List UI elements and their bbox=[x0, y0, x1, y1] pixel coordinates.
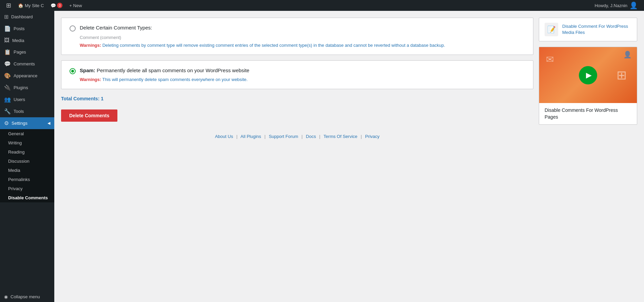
card2-radio[interactable] bbox=[70, 68, 76, 74]
sidebar-item-label: Users bbox=[14, 97, 25, 102]
submenu-item-permalinks[interactable]: Permalinks bbox=[0, 175, 54, 184]
sidebar-item-label: Plugins bbox=[14, 85, 28, 90]
spam-label: Spam: bbox=[80, 67, 95, 73]
comments-icon: 💬 bbox=[51, 3, 56, 8]
video-widget-body: Disable Comments For WordPress Pages bbox=[539, 103, 637, 124]
card2-header: Spam: Permanently delete all spam commen… bbox=[70, 67, 525, 74]
card2-warning: Warnings: This will permanently delete s… bbox=[80, 77, 525, 82]
settings-submenu: General Writing Reading Discussion Media… bbox=[0, 129, 54, 202]
sidebar-item-label: Tools bbox=[14, 109, 24, 114]
sidebar-item-comments[interactable]: 💬 Comments bbox=[0, 58, 54, 70]
footer-link-tos[interactable]: Terms Of Service bbox=[324, 134, 358, 139]
new-content-label: + New bbox=[69, 3, 82, 8]
howdy-label: Howdy, J.Naznin bbox=[594, 3, 627, 8]
user-greeting[interactable]: Howdy, J.Naznin 👤 bbox=[591, 0, 641, 11]
user-avatar-icon: 👤 bbox=[629, 1, 638, 9]
dashboard-icon: ⊞ bbox=[4, 14, 8, 20]
comments-nav-icon: 💬 bbox=[4, 61, 11, 67]
submenu-item-writing[interactable]: Writing bbox=[0, 138, 54, 147]
plugin-title[interactable]: Disable Comment For WordPress Media File… bbox=[562, 23, 631, 36]
video-widget: ✉ ▶ 👤 ⊞ Disable Comments For WordPress P… bbox=[539, 47, 637, 125]
new-content-button[interactable]: + New bbox=[66, 0, 85, 11]
sidebar-item-pages[interactable]: 📋 Pages bbox=[0, 46, 54, 58]
spam-description: Permanently delete all spam comments on … bbox=[97, 67, 249, 73]
settings-icon: ⚙ bbox=[4, 120, 9, 126]
card2-title: Spam: Permanently delete all spam commen… bbox=[80, 67, 249, 73]
card1-warning: Warnings: Deleting comments by comment t… bbox=[80, 43, 525, 48]
sidebar-item-label: Comments bbox=[14, 61, 35, 66]
footer-link-support[interactable]: Support Forum bbox=[269, 134, 298, 139]
site-name-button[interactable]: 🏠 My Site C bbox=[15, 0, 47, 11]
submenu-item-media[interactable]: Media bbox=[0, 166, 54, 175]
card1-warning-label: Warnings: bbox=[80, 43, 101, 48]
right-sidebar: 📝 Disable Comment For WordPress Media Fi… bbox=[539, 18, 637, 295]
card1-radio[interactable] bbox=[70, 25, 76, 32]
plugins-icon: 🔌 bbox=[4, 84, 11, 91]
content-area: Delete Certain Comment Types: Comment (c… bbox=[61, 18, 533, 295]
sidebar-item-posts[interactable]: 📄 Posts bbox=[0, 23, 54, 35]
media-icon: 🖼 bbox=[4, 37, 10, 43]
footer-link-about[interactable]: About Us bbox=[215, 134, 233, 139]
sidebar-item-settings[interactable]: ⚙ Settings ◀ bbox=[0, 117, 54, 129]
card2-warning-label: Warnings: bbox=[80, 77, 101, 82]
sidebar-item-plugins[interactable]: 🔌 Plugins bbox=[0, 82, 54, 94]
wp-watermark-icon: ⊞ bbox=[617, 68, 627, 82]
video-thumbnail[interactable]: ✉ ▶ 👤 ⊞ bbox=[539, 47, 637, 103]
delete-button-container: Delete Comments bbox=[61, 108, 533, 122]
plugin-icon: 📝 bbox=[547, 25, 556, 34]
video-deco-left-icon: ✉ bbox=[546, 54, 554, 65]
sidebar-item-label: Settings bbox=[12, 121, 27, 126]
submenu-item-disable-comments[interactable]: Disable Comments bbox=[0, 193, 54, 202]
sidebar-item-media[interactable]: 🖼 Media bbox=[0, 35, 54, 46]
collapse-menu-button[interactable]: ◉ Collapse menu bbox=[0, 291, 54, 302]
footer: About Us | All Plugins | Support Forum |… bbox=[61, 127, 533, 149]
sidebar-item-label: Pages bbox=[14, 49, 26, 55]
card2-warning-text: This will permanently delete spam commen… bbox=[102, 77, 247, 82]
appearance-icon: 🎨 bbox=[4, 73, 11, 79]
plugin-widget: 📝 Disable Comment For WordPress Media Fi… bbox=[539, 18, 637, 41]
settings-arrow-icon: ◀ bbox=[48, 121, 50, 125]
sidebar: ⊞ Dashboard 📄 Posts 🖼 Media 📋 Pages 💬 Co… bbox=[0, 11, 54, 302]
delete-comments-button[interactable]: Delete Comments bbox=[61, 109, 117, 122]
submenu-item-discussion[interactable]: Discussion bbox=[0, 157, 54, 166]
footer-link-docs[interactable]: Docs bbox=[306, 134, 316, 139]
play-button-icon[interactable]: ▶ bbox=[579, 66, 597, 84]
submenu-item-reading[interactable]: Reading bbox=[0, 147, 54, 157]
users-icon: 👥 bbox=[4, 96, 11, 103]
posts-icon: 📄 bbox=[4, 25, 11, 32]
sidebar-item-users[interactable]: 👥 Users bbox=[0, 94, 54, 105]
tools-icon: 🔧 bbox=[4, 108, 11, 115]
delete-comment-types-card: Delete Certain Comment Types: Comment (c… bbox=[61, 18, 533, 55]
card1-title: Delete Certain Comment Types: bbox=[80, 25, 152, 31]
comments-count: 0 bbox=[57, 3, 62, 8]
plugin-item: 📝 Disable Comment For WordPress Media Fi… bbox=[539, 18, 637, 41]
home-icon: 🏠 bbox=[18, 3, 23, 8]
plugin-icon-box: 📝 bbox=[545, 23, 558, 36]
site-name-label: My Site C bbox=[25, 3, 44, 8]
spam-card: Spam: Permanently delete all spam commen… bbox=[61, 60, 533, 89]
sidebar-item-tools[interactable]: 🔧 Tools bbox=[0, 105, 54, 117]
card1-subtitle: Comment (comment) bbox=[80, 35, 525, 40]
comments-button[interactable]: 💬 0 bbox=[47, 0, 66, 11]
collapse-label: Collapse menu bbox=[11, 294, 40, 299]
sidebar-item-label: Dashboard bbox=[11, 14, 33, 19]
footer-link-plugins[interactable]: All Plugins bbox=[241, 134, 261, 139]
sidebar-item-appearance[interactable]: 🎨 Appearance bbox=[0, 70, 54, 82]
sidebar-item-label: Media bbox=[12, 38, 24, 43]
pages-icon: 📋 bbox=[4, 49, 11, 55]
footer-link-privacy[interactable]: Privacy bbox=[365, 134, 380, 139]
sidebar-item-label: Posts bbox=[14, 26, 25, 31]
wp-logo-icon: ⊞ bbox=[6, 2, 11, 9]
video-widget-title: Disable Comments For WordPress Pages bbox=[545, 107, 631, 120]
submenu-item-general[interactable]: General bbox=[0, 129, 54, 138]
sidebar-item-dashboard[interactable]: ⊞ Dashboard bbox=[0, 11, 54, 23]
collapse-icon: ◉ bbox=[4, 294, 8, 299]
sidebar-item-label: Appearance bbox=[14, 73, 37, 78]
submenu-item-privacy[interactable]: Privacy bbox=[0, 184, 54, 193]
wp-logo-button[interactable]: ⊞ bbox=[3, 0, 15, 11]
total-comments-label: Total Comments: 1 bbox=[61, 95, 533, 103]
admin-bar: ⊞ 🏠 My Site C 💬 0 + New Howdy, J.Naznin … bbox=[0, 0, 644, 11]
main-content: Delete Certain Comment Types: Comment (c… bbox=[54, 11, 644, 302]
card1-warning-text: Deleting comments by comment type will r… bbox=[102, 43, 445, 48]
card1-header: Delete Certain Comment Types: bbox=[70, 25, 525, 32]
